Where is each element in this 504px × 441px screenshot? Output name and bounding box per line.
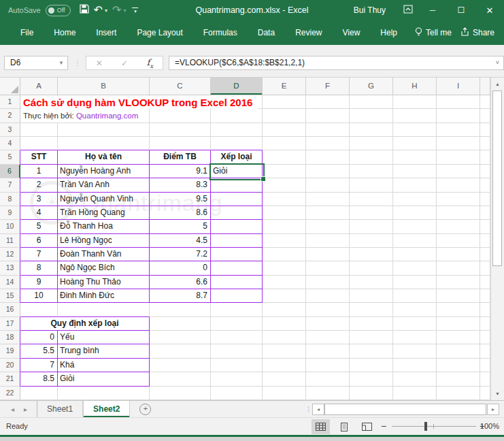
cell-I1[interactable]	[437, 95, 480, 109]
cell-D17[interactable]	[211, 317, 263, 331]
hscroll-right-icon[interactable]: ▸	[487, 404, 499, 415]
row-header-6[interactable]: 6	[0, 165, 20, 178]
row-header-17[interactable]: 17	[0, 317, 20, 331]
cell-A17[interactable]: Quy định xếp loại	[20, 317, 150, 331]
cell-I7[interactable]	[437, 178, 480, 192]
cell-E4[interactable]	[263, 137, 306, 150]
row-header-9[interactable]: 9	[0, 206, 20, 220]
cell-A12[interactable]: 7	[20, 248, 58, 261]
cell-F21[interactable]	[306, 372, 350, 386]
cell-partial-1[interactable]	[480, 95, 490, 109]
undo-icon[interactable]: ↶	[94, 0, 103, 20]
cell-C8[interactable]: 9.5	[150, 193, 211, 206]
scroll-up-icon[interactable]: ▲	[491, 78, 504, 90]
cell-I13[interactable]	[437, 261, 480, 275]
cell-B5[interactable]: Họ và tên	[58, 150, 150, 164]
cell-E2[interactable]	[263, 109, 306, 122]
cell-D2[interactable]	[211, 109, 263, 122]
cell-C12[interactable]: 7.2	[150, 248, 211, 261]
cell-G15[interactable]	[350, 289, 393, 303]
zoom-out-button[interactable]: −	[381, 418, 386, 435]
cell-F6[interactable]	[306, 165, 350, 178]
cell-I4[interactable]	[437, 137, 480, 150]
cell-A16[interactable]	[20, 303, 58, 316]
cell-partial-15[interactable]	[480, 289, 490, 303]
cell-F4[interactable]	[306, 137, 350, 150]
cell-I2[interactable]	[437, 109, 480, 122]
cell-E18[interactable]	[263, 331, 306, 344]
cell-F7[interactable]	[306, 178, 350, 192]
cell-A7[interactable]: 2	[20, 178, 58, 192]
cell-A9[interactable]: 4	[20, 206, 58, 220]
zoom-level[interactable]: 100%	[480, 418, 499, 435]
row-header-18[interactable]: 18	[0, 331, 20, 344]
cell-D9[interactable]	[211, 206, 263, 220]
cell-A4[interactable]	[20, 137, 58, 150]
cell-H17[interactable]	[393, 317, 437, 331]
row-header-7[interactable]: 7	[0, 178, 20, 192]
cell-B19[interactable]: Trung bình	[58, 344, 150, 358]
cell-F1[interactable]	[306, 95, 350, 109]
ribbon-tab-insert[interactable]: Insert	[95, 20, 118, 45]
cell-H14[interactable]	[393, 276, 437, 289]
cell-H3[interactable]	[393, 123, 437, 137]
cell-H22[interactable]	[393, 387, 437, 400]
cell-E15[interactable]	[263, 289, 306, 303]
cell-G8[interactable]	[350, 193, 393, 206]
cell-G7[interactable]	[350, 178, 393, 192]
cell-partial-18[interactable]	[480, 331, 490, 344]
minimize-button[interactable]: ─	[418, 0, 447, 20]
cell-H19[interactable]	[393, 344, 437, 358]
cell-C5[interactable]: Điểm TB	[150, 150, 211, 164]
cell-E19[interactable]	[263, 344, 306, 358]
tell-me-button[interactable]: Tell me	[415, 27, 452, 39]
column-header-I[interactable]: I	[437, 78, 480, 95]
cell-partial-9[interactable]	[480, 206, 490, 220]
ribbon-tab-data[interactable]: Data	[256, 20, 276, 45]
next-sheet-icon[interactable]: ▸	[24, 406, 27, 413]
cell-F12[interactable]	[306, 248, 350, 261]
cell-B18[interactable]: Yếu	[58, 331, 150, 344]
cell-E16[interactable]	[263, 303, 306, 316]
cell-B14[interactable]: Hoàng Thu Thảo	[58, 276, 150, 289]
cell-A18[interactable]: 0	[20, 331, 58, 344]
cell-E6[interactable]	[263, 165, 306, 178]
cell-D8[interactable]	[211, 193, 263, 206]
cell-B16[interactable]	[58, 303, 150, 316]
cell-D11[interactable]	[211, 234, 263, 248]
cell-G18[interactable]	[350, 331, 393, 344]
row-header-10[interactable]: 10	[0, 220, 20, 233]
cell-F9[interactable]	[306, 206, 350, 220]
cell-G19[interactable]	[350, 344, 393, 358]
sheet-tab-sheet2[interactable]: Sheet2	[83, 401, 130, 417]
cell-I22[interactable]	[437, 387, 480, 400]
undo-dropdown-icon[interactable]: ▾	[105, 7, 107, 14]
add-sheet-button[interactable]: +	[139, 401, 151, 417]
cell-H1[interactable]	[393, 95, 437, 109]
cell-C6[interactable]: 9.1	[150, 165, 211, 178]
prev-sheet-icon[interactable]: ◂	[11, 406, 14, 413]
cell-F19[interactable]	[306, 344, 350, 358]
cell-C9[interactable]: 8.6	[150, 206, 211, 220]
cell-I18[interactable]	[437, 331, 480, 344]
column-header-D[interactable]: D	[211, 78, 263, 95]
row-header-22[interactable]: 22	[0, 387, 20, 400]
cell-H7[interactable]	[393, 178, 437, 192]
cell-B10[interactable]: Đỗ Thanh Hoa	[58, 220, 150, 233]
ribbon-tab-view[interactable]: View	[341, 20, 362, 45]
cell-C7[interactable]: 8.3	[150, 178, 211, 192]
cell-H18[interactable]	[393, 331, 437, 344]
cell-C18[interactable]	[150, 331, 211, 344]
cell-A3[interactable]	[20, 123, 58, 137]
scroll-down-icon[interactable]: ▼	[491, 388, 504, 399]
cell-G17[interactable]	[350, 317, 393, 331]
cell-A6[interactable]: 1	[20, 165, 58, 178]
autosave-toggle[interactable]: Off	[46, 5, 71, 16]
cell-F11[interactable]	[306, 234, 350, 248]
hscroll-left-icon[interactable]: ◂	[312, 404, 324, 415]
redo-dropdown-icon[interactable]: ▾	[123, 7, 126, 14]
cell-B7[interactable]: Trần Vân Anh	[58, 178, 150, 192]
cell-B4[interactable]	[58, 137, 150, 150]
cell-D5[interactable]: Xếp loại	[211, 150, 263, 164]
row-header-14[interactable]: 14	[0, 276, 20, 289]
